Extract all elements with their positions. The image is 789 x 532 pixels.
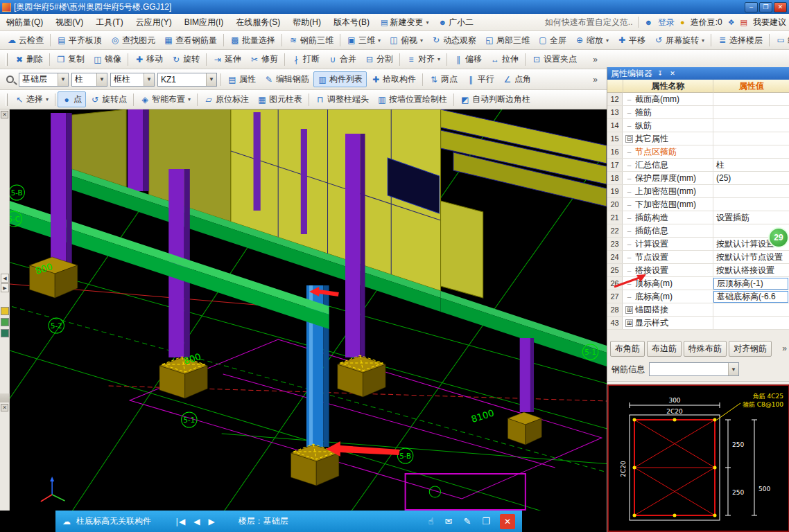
- next-floor-button[interactable]: ▶: [208, 517, 214, 526]
- prev-floor-button[interactable]: ◀: [193, 517, 200, 526]
- partial-3d-button[interactable]: ◱局部三维: [480, 33, 534, 48]
- column-purple-1[interactable]: [51, 113, 72, 265]
- column-stub[interactable]: [128, 109, 149, 191]
- subcategory-select[interactable]: 框柱▼: [110, 73, 155, 87]
- split-button[interactable]: ⊟分割: [361, 51, 397, 67]
- set-grips-button[interactable]: ⊡设置夹点: [528, 51, 581, 67]
- fullscreen-button[interactable]: ▢全屏: [534, 33, 571, 48]
- screen-rotate-button[interactable]: ↺屏幕旋转▾: [650, 33, 709, 48]
- select-floor-button[interactable]: ≣选择楼层: [713, 33, 767, 48]
- select-mode-button[interactable]: ↖选择▾: [10, 91, 53, 107]
- rotate-button[interactable]: ↻旋转: [167, 51, 204, 67]
- pin-icon[interactable]: ↧: [655, 69, 665, 78]
- draw-column-by-wall-button[interactable]: ▥按墙位置绘制柱: [373, 91, 451, 107]
- element-column-table-button[interactable]: ▦图元柱表: [253, 91, 306, 107]
- table-row-group[interactable]: 15⊟其它属性: [607, 132, 789, 145]
- rebar-info-select[interactable]: ▼: [649, 362, 739, 376]
- dock-next-button[interactable]: ▶: [1, 283, 9, 292]
- bell-icon[interactable]: ❖: [728, 18, 735, 27]
- dock-close-icon[interactable]: ✕: [1, 404, 8, 411]
- dock-tool-icon[interactable]: [1, 329, 9, 337]
- orbit-button[interactable]: ↻动态观察: [427, 33, 480, 48]
- rotate-point-button[interactable]: ↺旋转点: [86, 91, 131, 107]
- break-button[interactable]: ∤打断: [287, 51, 324, 67]
- dock-close-icon[interactable]: ✕: [1, 111, 8, 118]
- thumbs-up-icon[interactable]: ☝: [428, 516, 434, 526]
- column-purple-3[interactable]: [345, 134, 365, 357]
- collapse-icon[interactable]: ⊟: [625, 135, 633, 143]
- stretch-button[interactable]: ↔拉伸: [486, 51, 523, 67]
- menu-gangjinliang[interactable]: 钢筋量(Q): [0, 14, 49, 30]
- close-button[interactable]: ✕: [774, 2, 787, 12]
- tabs-overflow-chevron[interactable]: »: [782, 344, 787, 353]
- view-3d-button[interactable]: ▣三维▾: [343, 33, 385, 48]
- maximize-button[interactable]: ❐: [759, 2, 772, 12]
- magnifier-icon[interactable]: [6, 76, 14, 83]
- chevron-down-icon[interactable]: ▼: [144, 73, 154, 86]
- menu-online[interactable]: 在线服务(S): [229, 14, 286, 30]
- extend-button[interactable]: ⇥延伸: [209, 51, 245, 67]
- trim-button[interactable]: ✂修剪: [245, 51, 282, 67]
- expand-icon[interactable]: ⊞: [625, 319, 633, 327]
- toolbar-overflow-chevron[interactable]: »: [593, 75, 598, 85]
- two-point-button[interactable]: ⇅两点: [425, 71, 462, 87]
- assistant-badge[interactable]: 29: [768, 227, 789, 248]
- ceiling-slabs[interactable]: [441, 109, 607, 206]
- merge-button[interactable]: ∪合并: [324, 51, 361, 67]
- drawing-canvas[interactable]: 5-B 5-C 5-2 5-1 5-B 5-1 800 800 8100: [10, 109, 607, 511]
- pan-button[interactable]: ✚平移: [613, 33, 650, 48]
- smart-layout-button[interactable]: ◈智能布置▾: [136, 91, 195, 107]
- element-select[interactable]: KZ1▼: [157, 73, 217, 87]
- dock-prev-button[interactable]: ◀: [1, 274, 9, 283]
- chevron-down-icon[interactable]: ▼: [728, 363, 738, 375]
- table-row[interactable]: 13–箍筋: [607, 106, 789, 119]
- column-purple-right[interactable]: [520, 338, 534, 412]
- edit-rebar-button[interactable]: ✎编辑钢筋: [260, 71, 313, 87]
- toolbar-grip[interactable]: [6, 53, 8, 66]
- table-row[interactable]: 18–保护层厚度(mm)(25): [607, 172, 789, 185]
- table-row-group[interactable]: 28⊞锚固搭接: [607, 303, 789, 317]
- coin-count[interactable]: 造价豆:0: [691, 17, 722, 28]
- table-row[interactable]: 19–上加密范围(mm): [607, 185, 789, 198]
- window-icon[interactable]: ❐: [482, 516, 490, 526]
- dock-tool-icon[interactable]: [1, 307, 9, 315]
- table-row[interactable]: 27–底标高(m)基础底标高(-6.6: [607, 290, 789, 303]
- tab-edge-rebar[interactable]: 布边筋: [647, 341, 682, 357]
- attributes-button[interactable]: ▤属性: [223, 71, 260, 87]
- align-button[interactable]: ≡对齐▾: [402, 51, 444, 67]
- menu-bim[interactable]: BIM应用(I): [178, 14, 230, 30]
- table-row[interactable]: 25–搭接设置按默认搭接设置: [607, 264, 789, 277]
- auto-corner-column-button[interactable]: ◩自动判断边角柱: [456, 91, 535, 107]
- copy-button[interactable]: ❐复制: [52, 51, 89, 67]
- close-tip-button[interactable]: ✕: [500, 514, 515, 529]
- tab-corner-rebar[interactable]: 布角筋: [610, 341, 645, 357]
- rebar-3d-button[interactable]: ≋钢筋三维: [284, 33, 338, 48]
- table-row-group[interactable]: 43⊞显示样式: [607, 317, 789, 330]
- view-rebar-qty-button[interactable]: ▦查看钢筋量: [159, 33, 221, 48]
- table-row[interactable]: 24–节点设置按默认计节点设置: [607, 251, 789, 264]
- dock-tool-icon[interactable]: [1, 318, 9, 326]
- suggest-link[interactable]: 我要建议: [753, 17, 786, 28]
- batch-select-button[interactable]: ▩批量选择: [226, 33, 279, 48]
- table-row[interactable]: 23–计算设置按默认计算设置: [607, 238, 789, 251]
- table-row[interactable]: 20–下加密范围(mm): [607, 198, 789, 211]
- category-select[interactable]: 柱▼: [71, 73, 107, 87]
- new-change-button[interactable]: ▤ 新建变更 ▾: [376, 17, 433, 28]
- menu-tools[interactable]: 工具(T): [89, 14, 129, 30]
- tab-special-rebar[interactable]: 特殊布筋: [684, 341, 727, 357]
- assistant-button[interactable]: ☻ 广小二: [433, 17, 478, 28]
- expand-icon[interactable]: ⊞: [625, 306, 633, 314]
- chevron-down-icon[interactable]: ▼: [206, 73, 216, 86]
- first-floor-button[interactable]: ∣◀: [175, 517, 185, 526]
- table-row[interactable]: 14–纵筋: [607, 119, 789, 132]
- chevron-down-icon[interactable]: ▼: [96, 73, 107, 86]
- point-angle-button[interactable]: ∠点角: [498, 71, 535, 87]
- zoom-button[interactable]: ⊕缩放▾: [571, 33, 613, 48]
- component-list-button[interactable]: ▥构件列表: [313, 71, 367, 87]
- cloud-check-button[interactable]: ☁云检查: [3, 33, 48, 48]
- table-row[interactable]: 26–顶标高(m)层顶标高(-1): [607, 277, 789, 290]
- tab-align-rebar[interactable]: 对齐钢筋: [729, 341, 772, 357]
- table-row[interactable]: 17–汇总信息柱: [607, 159, 789, 172]
- chevron-down-icon[interactable]: ▼: [58, 73, 68, 86]
- edit-icon[interactable]: ✎: [463, 516, 471, 526]
